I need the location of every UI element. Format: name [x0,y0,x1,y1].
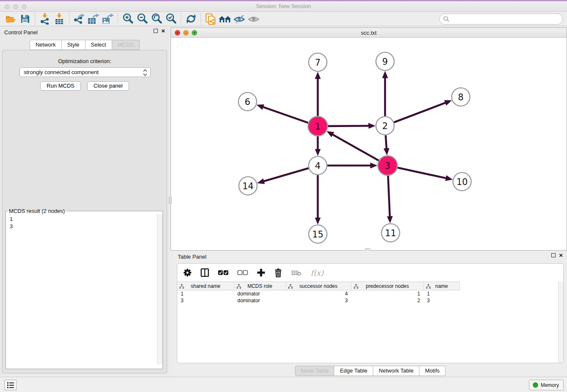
table-cell[interactable]: dominator [234,297,286,304]
close-panel-icon[interactable]: × [161,29,165,33]
table-cell[interactable]: 4 [286,290,351,297]
refresh-button[interactable] [184,13,198,25]
select-all-button[interactable] [218,270,228,275]
column-header-MCDS-role[interactable]: MCDS role [234,282,286,290]
table-cell[interactable]: 1 [177,290,234,297]
node-8[interactable]: 8 [452,88,470,106]
table-cell[interactable]: 3 [424,297,460,304]
network-graph[interactable]: 7968124314101511 [171,38,567,250]
table-tab-network-table[interactable]: Network Table [373,366,419,376]
hierarchy-icon [179,284,184,289]
table-cell[interactable]: dominator [234,290,286,297]
tab-mcds[interactable]: MCDS [112,40,140,50]
network-canvas[interactable]: 7968124314101511 [171,38,567,250]
float-panel-icon[interactable] [154,29,158,33]
hierarchy-icon [288,284,293,289]
export-table-button[interactable] [86,13,101,25]
toolbar-separator [69,14,69,25]
node-1[interactable]: 1 [308,116,328,136]
deselect-all-button[interactable] [237,270,248,275]
edge-1-6[interactable] [263,107,308,123]
node-label: 3 [385,161,390,171]
import-network-button[interactable] [38,13,52,25]
table-tab-edge-table[interactable]: Edge Table [334,366,373,376]
splitter-grip-vertical[interactable] [169,197,172,204]
delete-table-button[interactable] [291,269,302,276]
clone-network-button[interactable] [204,13,218,25]
node-11[interactable]: 11 [382,224,400,242]
edge-3-1[interactable] [333,135,379,161]
zoom-out-button[interactable] [135,13,149,25]
first-neighbors-icon [218,14,232,24]
edge-4-14[interactable] [264,168,308,181]
gear-button[interactable] [183,268,192,277]
control-panel-tabs: NetworkStyleSelectMCDS [0,40,169,50]
export-image-button[interactable] [101,13,115,25]
first-neighbors-button[interactable] [218,13,232,25]
close-table-panel-icon[interactable]: × [559,253,563,257]
node-4[interactable]: 4 [309,157,327,175]
function-builder-button[interactable]: f(x) [311,268,324,277]
add-column-button[interactable] [257,268,265,277]
zoom-selected-button[interactable] [164,13,178,25]
column-header-predecessor-nodes[interactable]: predecessor nodes [351,282,424,290]
tab-network[interactable]: Network [30,40,62,50]
node-7[interactable]: 7 [309,53,327,72]
table-cell[interactable]: 1 [351,290,424,297]
edge-3-10[interactable] [397,168,446,178]
node-10[interactable]: 10 [453,173,471,191]
node-2[interactable]: 2 [376,117,394,135]
zoom-in-button[interactable] [121,13,135,25]
edge-2-3[interactable] [385,135,386,149]
tab-style[interactable]: Style [62,40,85,50]
import-table-button[interactable] [52,13,66,25]
task-history-button[interactable] [4,380,17,390]
table-row[interactable]: 1dominator411 [177,290,466,297]
zoom-fit-button[interactable] [149,13,164,25]
table-cell[interactable]: 3 [286,297,351,304]
tab-select[interactable]: Select [85,40,112,50]
search-input[interactable] [439,14,563,25]
show-all-icon [248,14,260,24]
run-mcds-button[interactable]: Run MCDS [40,81,81,91]
table-tab-node-table[interactable]: Node Table [295,366,335,376]
node-3[interactable]: 3 [378,156,397,175]
table-cell[interactable]: 1 [424,290,460,297]
import-network-icon [39,13,50,25]
table-cell[interactable]: 3 [177,297,234,304]
show-all-button[interactable] [247,13,261,25]
node-9[interactable]: 9 [376,52,394,71]
table-cell[interactable]: 2 [351,297,424,304]
network-view-titlebar[interactable]: × − + scc.txt [171,28,567,38]
float-table-panel-icon[interactable] [551,253,556,257]
table-row[interactable]: 3dominator323 [177,297,466,304]
node-14[interactable]: 14 [239,177,257,195]
open-file-button[interactable] [3,13,18,25]
edge-2-8[interactable] [394,103,446,122]
save-session-button[interactable] [18,13,32,25]
node-15[interactable]: 15 [309,225,327,243]
memory-button[interactable]: Memory [529,380,564,390]
column-header-shared-name[interactable]: shared name [177,282,234,290]
table-tabs: Node TableEdge TableNetwork TableMotifs [173,366,567,376]
node-6[interactable]: 6 [239,93,257,111]
delete-column-button[interactable] [274,268,282,277]
hide-selected-button[interactable] [232,13,247,25]
export-network-icon [73,14,85,25]
table-scrollbar[interactable] [558,282,563,363]
node-table[interactable]: shared nameMCDS rolesuccessor nodesprede… [177,282,466,304]
table-tab-motifs[interactable]: Motifs [419,366,446,376]
node-label: 11 [385,228,396,238]
edge-3-11[interactable] [388,176,390,217]
node-table-container: f(x) shared nameMCDS rolesuccessor nodes… [177,263,564,363]
memory-status-dot [533,382,538,388]
close-panel-button[interactable]: Close panel [87,81,129,91]
column-header-name[interactable]: name [424,282,460,290]
criterion-dropdown[interactable]: strongly connected component [19,67,151,77]
edge-1-2[interactable] [328,126,369,126]
column-header-successor-nodes[interactable]: successor nodes [286,282,351,290]
columns-button[interactable] [201,268,209,277]
mcds-result-list[interactable]: 13 [6,214,162,364]
export-network-button[interactable] [72,13,86,25]
result-scrollbar[interactable] [157,214,162,364]
